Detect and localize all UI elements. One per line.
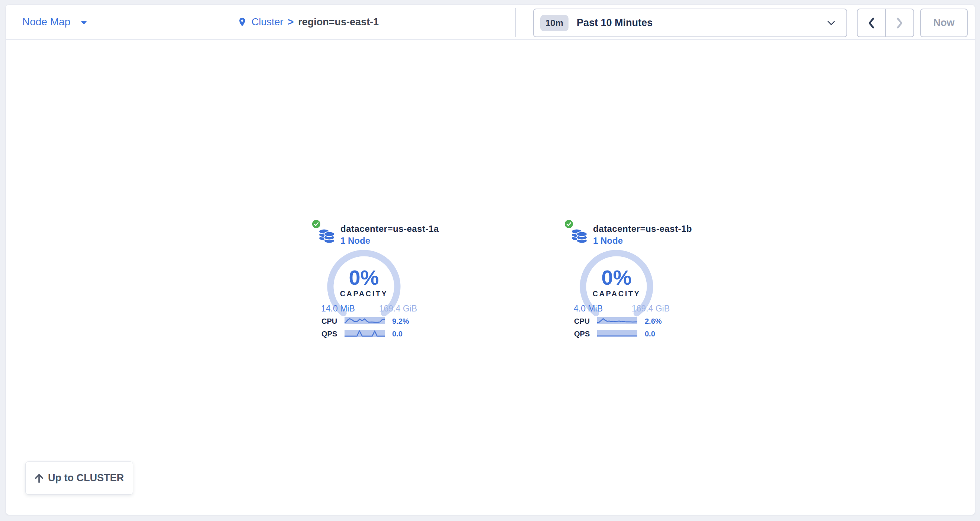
header-bar: Node Map Cluster > region=us-east-1 10m …	[6, 5, 975, 40]
time-range-dropdown[interactable]: 10m Past 10 Minutes	[533, 8, 847, 37]
qps-label: QPS	[321, 330, 337, 338]
node-count-label: 1 Node	[340, 236, 370, 246]
caret-down-icon	[81, 21, 87, 25]
cpu-value: 2.6%	[645, 317, 662, 326]
breadcrumb-cluster-link[interactable]: Cluster	[251, 16, 283, 28]
next-time-button[interactable]	[885, 9, 913, 37]
capacity-label: CAPACITY	[578, 290, 655, 298]
cpu-metric-row: CPU 9.2%	[321, 317, 420, 325]
now-button[interactable]: Now	[920, 8, 968, 37]
datacenter-card-us-east-1b[interactable]: datacenter=us-east-1b 1 Node 0% CAPACITY…	[564, 219, 675, 342]
datacenter-title: datacenter=us-east-1b	[593, 224, 692, 234]
chevron-down-icon	[827, 21, 835, 25]
cpu-label: CPU	[574, 317, 590, 326]
time-range-label: Past 10 Minutes	[577, 17, 652, 29]
qps-label: QPS	[574, 330, 590, 338]
view-mode-dropdown[interactable]: Node Map	[22, 5, 87, 39]
time-range-badge: 10m	[540, 15, 568, 31]
capacity-values: 4.0 MiB 169.4 GiB	[574, 304, 670, 314]
time-pager	[857, 8, 914, 37]
qps-sparkline	[345, 330, 385, 337]
qps-sparkline	[597, 330, 637, 337]
breadcrumb-current: region=us-east-1	[298, 16, 379, 28]
breadcrumb-separator: >	[288, 16, 294, 28]
up-to-cluster-label: Up to CLUSTER	[48, 472, 124, 484]
chevron-left-icon	[868, 18, 875, 29]
capacity-used: 4.0 MiB	[574, 304, 603, 314]
arrow-up-icon	[35, 473, 43, 483]
capacity-percent: 0%	[578, 267, 655, 288]
node-map-canvas: datacenter=us-east-1a 1 Node 0% CAPACITY…	[6, 40, 975, 514]
qps-metric-row: QPS 0.0	[321, 330, 420, 337]
app-panel: Node Map Cluster > region=us-east-1 10m …	[6, 5, 975, 515]
cpu-metric-row: CPU 2.6%	[574, 317, 672, 325]
datacenter-database-icon	[571, 226, 588, 244]
prev-time-button[interactable]	[858, 9, 885, 37]
node-count-label: 1 Node	[593, 236, 623, 246]
capacity-total: 169.4 GiB	[379, 304, 417, 314]
breadcrumb: Cluster > region=us-east-1	[237, 5, 379, 39]
cpu-sparkline	[597, 317, 637, 324]
location-pin-icon	[237, 16, 247, 28]
up-to-cluster-button[interactable]: Up to CLUSTER	[25, 462, 133, 495]
cpu-value: 9.2%	[392, 317, 409, 326]
capacity-total: 169.4 GiB	[632, 304, 670, 314]
capacity-percent: 0%	[325, 267, 403, 288]
capacity-values: 14.0 MiB 169.4 GiB	[321, 304, 417, 314]
view-mode-label: Node Map	[22, 16, 70, 28]
chevron-right-icon	[896, 18, 903, 29]
capacity-label: CAPACITY	[325, 290, 403, 298]
datacenter-title: datacenter=us-east-1a	[340, 224, 439, 234]
capacity-used: 14.0 MiB	[321, 304, 355, 314]
datacenter-card-us-east-1a[interactable]: datacenter=us-east-1a 1 Node 0% CAPACITY…	[311, 219, 423, 342]
datacenter-database-icon	[318, 226, 335, 244]
qps-metric-row: QPS 0.0	[574, 330, 672, 337]
cpu-label: CPU	[321, 317, 337, 326]
cpu-sparkline	[345, 317, 385, 324]
qps-value: 0.0	[645, 330, 655, 338]
header-divider	[515, 8, 516, 37]
qps-value: 0.0	[392, 330, 402, 338]
